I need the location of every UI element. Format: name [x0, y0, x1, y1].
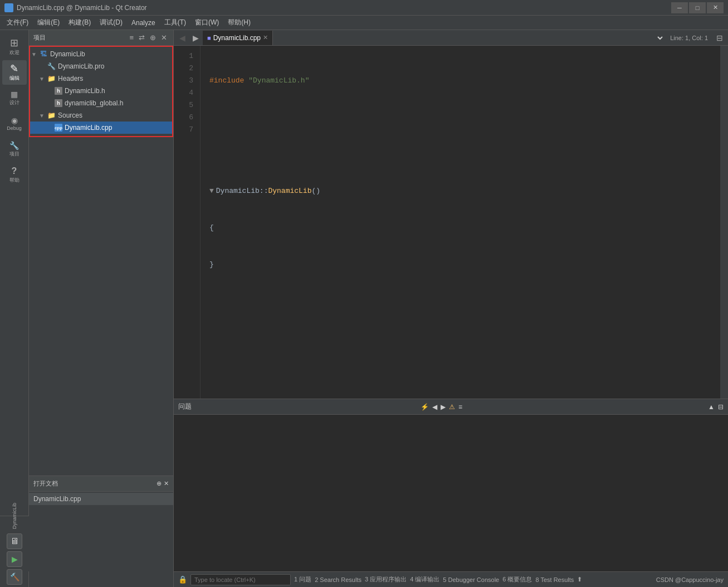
file-tree-container: ▼ 🏗 DynamicLib 🔧 DynamicLib.pro ▼ 📁 Head… — [29, 46, 173, 476]
fold-arrow-4[interactable]: ▼ — [209, 187, 214, 195]
issues-nav-next[interactable]: ▶ — [441, 403, 446, 411]
tree-item-dynamiclib-cpp[interactable]: cpp DynamicLib.cpp — [29, 122, 173, 134]
global-h-file-icon: h — [55, 99, 62, 107]
arrow-dynamiclib: ▼ — [31, 51, 39, 57]
watermark-text: CSDN @Cappuccino-jay — [656, 576, 724, 583]
statusbar-tab-app-output[interactable]: 3 应用程序输出 — [365, 575, 407, 584]
line-info: Line: 1, Col: 1 — [666, 35, 712, 41]
sidebar-label-projects: 项目 — [9, 151, 19, 158]
sidebar-item-debug[interactable]: ◉ Debug — [2, 111, 27, 136]
code-content[interactable]: #include "DynamicLib.h" ▼DynamicLib::Dyn… — [201, 46, 720, 399]
code-line-5: { — [209, 222, 711, 234]
expand-panel-icon[interactable]: ⊕ — [148, 33, 158, 42]
project-panel-title: 项目 — [33, 33, 125, 42]
h-file-icon: h — [55, 87, 62, 95]
menu-edit[interactable]: 编辑(E) — [33, 16, 64, 30]
tree-item-dynamiclib-root[interactable]: ▼ 🏗 DynamicLib — [29, 48, 173, 60]
menu-window[interactable]: 窗口(W) — [190, 16, 223, 30]
menu-help[interactable]: 帮助(H) — [223, 16, 255, 30]
kit-name-label: DynamicLib — [12, 503, 17, 529]
menu-analyze[interactable]: Analyze — [127, 16, 160, 30]
dynamiclib-global-h-label: dynamiclib_global.h — [65, 99, 123, 107]
statusbar-tab-arrow[interactable]: ⬆ — [577, 576, 582, 583]
line-num-2: 2 — [174, 62, 193, 75]
nav-forward-button[interactable]: ▶ — [189, 32, 202, 44]
pro-label: DynamicLib.pro — [58, 62, 104, 70]
menubar: 文件(F) 编辑(E) 构建(B) 调试(D) Analyze 工具(T) 窗口… — [0, 16, 728, 30]
kit-monitor-icon[interactable]: 🖥 — [7, 533, 22, 549]
menu-debug[interactable]: 调试(D) — [95, 16, 127, 30]
sidebar-item-help[interactable]: ? 帮助 — [2, 163, 27, 187]
window-controls: ─ □ ✕ — [671, 2, 724, 13]
sidebar-item-projects[interactable]: 🔧 项目 — [2, 137, 27, 162]
welcome-icon: ⊞ — [10, 38, 18, 48]
tree-item-dynamiclib-pro[interactable]: 🔧 DynamicLib.pro — [29, 60, 173, 72]
statusbar-tab-issues[interactable]: 1 问题 — [294, 575, 311, 584]
code-line-6: } — [209, 259, 711, 271]
app-icon — [4, 3, 13, 12]
edit-icon: ✎ — [10, 64, 18, 74]
bottom-kit: DynamicLib 🖥 ▶ 🔨 — [0, 516, 29, 571]
editor-tab-dynamiclib-cpp[interactable]: ■ DynamicLib.cpp ✕ — [203, 31, 273, 45]
nav-back-button[interactable]: ◀ — [176, 32, 188, 44]
statusbar-tab-debugger[interactable]: 5 Debugger Console — [443, 576, 499, 583]
issues-close-icon[interactable]: ⊟ — [718, 403, 724, 411]
sync-icon[interactable]: ⇄ — [137, 33, 146, 42]
filter-icon[interactable]: ≡ — [128, 33, 135, 42]
issues-filter-icon[interactable]: ⚡ — [421, 403, 429, 411]
open-docs-close-icon[interactable]: ✕ — [164, 480, 169, 487]
run-button[interactable]: ▶ — [7, 551, 22, 567]
tree-item-headers[interactable]: ▼ 📁 Headers — [29, 72, 173, 85]
project-panel: 项目 ≡ ⇄ ⊕ ✕ ▼ 🏗 DynamicLib — [29, 30, 174, 587]
line-num-5: 5 — [174, 99, 193, 111]
issues-expand-icon[interactable]: ▲ — [708, 403, 715, 411]
tab-close-button[interactable]: ✕ — [263, 34, 268, 41]
split-editor-button[interactable]: ⊟ — [714, 32, 726, 44]
tree-item-sources[interactable]: ▼ 📁 Sources — [29, 109, 173, 122]
open-doc-item[interactable]: DynamicLib.cpp — [29, 493, 173, 505]
close-button[interactable]: ✕ — [707, 2, 724, 13]
minimize-button[interactable]: ─ — [671, 2, 688, 13]
project-panel-header: 项目 ≡ ⇄ ⊕ ✕ — [29, 30, 173, 46]
menu-build[interactable]: 构建(B) — [64, 16, 95, 30]
line-numbers: 1 2 3 4 5 6 7 — [174, 46, 201, 399]
bottom-panel: 问题 ⚡ ◀ ▶ ⚠ ≡ ▲ ⊟ — [174, 399, 728, 571]
issues-filter2-icon[interactable]: ≡ — [458, 403, 462, 411]
statusbar-tab-compile[interactable]: 4 编译输出 — [410, 575, 439, 584]
tab-file-icon: ■ — [207, 35, 211, 41]
statusbar-tab-search[interactable]: 2 Search Results — [315, 576, 361, 583]
statusbar-tab-test[interactable]: 8 Test Results — [535, 576, 574, 583]
locate-input[interactable] — [190, 574, 291, 585]
titlebar: DynamicLib.cpp @ DynamicLib - Qt Creator… — [0, 0, 728, 16]
sidebar-item-edit[interactable]: ✎ 编辑 — [2, 60, 27, 85]
arrow-headers: ▼ — [39, 76, 47, 82]
tree-item-dynamiclib-h[interactable]: h DynamicLib.h — [29, 85, 173, 97]
main-layout: ⊞ 欢迎 ✎ 编辑 ▦ 设计 ◉ Debug 🔧 项目 ? 帮助 项目 ≡ — [0, 30, 728, 587]
line-num-3: 3 — [174, 75, 193, 87]
statusbar-tab-overview[interactable]: 6 概要信息 — [502, 575, 532, 584]
close-panel-icon[interactable]: ✕ — [159, 33, 169, 42]
menu-file[interactable]: 文件(F) — [2, 16, 33, 30]
build-button[interactable]: 🔨 — [7, 569, 22, 585]
window-title: DynamicLib.cpp @ DynamicLib - Qt Creator — [17, 4, 671, 12]
open-docs-expand-icon[interactable]: ⊕ — [157, 480, 162, 487]
design-icon: ▦ — [11, 90, 18, 98]
symbols-dropdown[interactable] — [644, 32, 665, 44]
arrow-sources: ▼ — [39, 113, 47, 119]
sidebar-label-debug: Debug — [7, 125, 22, 131]
open-docs-content: DynamicLib.cpp — [29, 492, 173, 587]
issues-content — [174, 415, 728, 571]
tree-item-dynamiclib-global-h[interactable]: h dynamiclib_global.h — [29, 97, 173, 109]
maximize-button[interactable]: □ — [689, 2, 706, 13]
editor-scrollbar[interactable] — [720, 46, 728, 399]
code-editor: 1 2 3 4 5 6 7 #include "DynamicLib.h" ▼D… — [174, 46, 728, 399]
sidebar-item-design[interactable]: ▦ 设计 — [2, 86, 27, 110]
sources-folder-icon: 📁 — [47, 111, 56, 120]
issues-nav-prev[interactable]: ◀ — [432, 403, 437, 411]
file-tree: ▼ 🏗 DynamicLib 🔧 DynamicLib.pro ▼ 📁 Head… — [29, 46, 173, 136]
projects-icon: 🔧 — [9, 142, 19, 149]
menu-tools[interactable]: 工具(T) — [160, 16, 190, 30]
statusbar-right: CSDN @Cappuccino-jay — [656, 576, 724, 583]
sidebar-item-welcome[interactable]: ⊞ 欢迎 — [2, 35, 27, 59]
statusbar: 🔒 1 问题 2 Search Results 3 应用程序输出 4 编译输出 … — [174, 571, 728, 587]
